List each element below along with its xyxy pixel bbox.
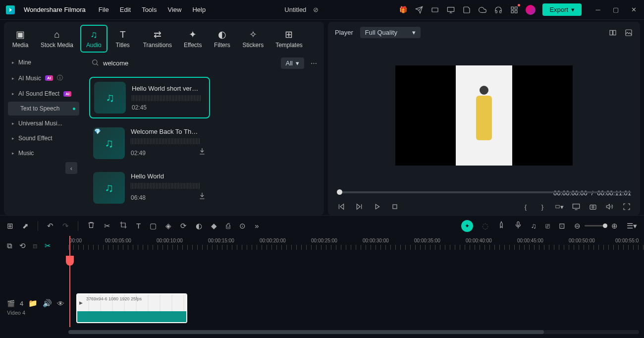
cloud-icon[interactable] [478,5,487,14]
fullscreen-icon[interactable] [622,202,631,211]
ruler-mark: 00:00:40:00 [466,238,492,243]
side-text-to-speech[interactable]: Text to Speech [8,102,79,115]
ai-badge-icon: AI [45,75,53,81]
premium-gem-icon: 💎 [94,128,101,135]
gift-icon[interactable]: 🎁 [399,5,408,14]
delete-icon[interactable] [87,221,95,230]
volume-icon[interactable] [605,202,614,211]
track-toggle-icon[interactable]: ⧉ [7,241,12,250]
redo-icon[interactable]: ↷ [62,222,69,230]
mark-in-icon[interactable]: { [521,202,530,211]
marker-icon[interactable] [497,221,505,230]
speed-icon[interactable]: ⟳ [180,222,187,230]
close-icon[interactable]: ✕ [629,5,638,14]
time-ruler[interactable]: 00:00 00:00:05:00 00:00:10:00 00:00:15:0… [68,236,644,256]
magnet-icon[interactable]: ⧈ [33,241,38,250]
auto-ripple-icon[interactable]: ✂ [45,241,51,250]
undo-icon[interactable]: ↶ [47,222,54,230]
snapshot-icon[interactable] [589,202,597,211]
record-screen-icon[interactable]: ⎚ [545,222,550,230]
menu-file[interactable]: File [99,6,109,13]
search-input[interactable]: welcome [89,56,276,70]
filter-dropdown[interactable]: All▾ [281,57,304,69]
download-icon[interactable] [198,192,206,201]
zoom-out-icon[interactable]: ⊖ [574,222,581,230]
ratio-dropdown-icon[interactable]: ▾ [555,202,564,211]
side-sound-effect[interactable]: ▸Sound Effect [8,131,79,145]
more-tools-icon[interactable]: » [255,222,259,230]
timeline-scrollbar[interactable] [68,330,639,334]
scrub-bar[interactable] [337,191,631,193]
stop-icon[interactable] [390,202,399,211]
menu-help[interactable]: Help [192,6,206,13]
window-icon[interactable] [430,5,439,14]
export-button[interactable]: Export▾ [542,3,582,16]
ai-assistant-icon[interactable]: ✦ [461,220,473,232]
prev-frame-icon[interactable] [337,202,346,211]
caption-icon[interactable]: ⎙ [226,222,230,230]
color-match-icon[interactable]: ◈ [165,222,171,230]
link-tracks-icon[interactable]: ⟲ [19,241,26,250]
menu-edit[interactable]: Edit [120,6,131,13]
timer-icon[interactable]: ⊙ [239,222,246,230]
side-mine[interactable]: ▸Mine [8,56,79,69]
audio-mixer-icon[interactable]: ♫ [531,222,537,230]
track-visibility-icon[interactable]: 👁 [57,299,64,308]
play-icon[interactable] [373,202,381,211]
download-icon[interactable] [198,147,206,157]
tab-titles[interactable]: TTitles [109,25,136,53]
audio-item[interactable]: 💎♫ Welcome Back To The ...02:49 [89,123,210,163]
maximize-icon[interactable]: ▢ [611,5,620,14]
color-wheel-icon[interactable]: ◐ [196,222,202,230]
timeline-options-icon[interactable]: ☰▾ [627,222,637,230]
tab-media[interactable]: ▣Media [7,25,34,53]
voiceover-mic-icon[interactable] [514,221,522,230]
tab-transitions[interactable]: ⇄Transitions [138,25,177,53]
zoom-in-icon[interactable]: ⊕ [611,222,618,230]
menu-view[interactable]: View [167,6,181,13]
scrub-handle[interactable] [337,189,342,195]
render-icon[interactable]: ◌ [482,222,488,230]
tab-effects[interactable]: ✦Effects [179,25,207,53]
display-out-icon[interactable] [572,202,581,211]
tab-stock-media[interactable]: ⌂Stock Media [36,25,78,53]
split-icon[interactable]: ✂ [104,222,110,230]
headphones-icon[interactable] [494,5,503,14]
tab-audio[interactable]: ♫Audio [80,25,107,53]
keyframe-icon[interactable]: ◆ [211,222,217,230]
mark-out-icon[interactable]: } [538,202,547,211]
apps-icon[interactable] [510,5,519,14]
quality-dropdown[interactable]: Full Quality▾ [360,27,421,38]
send-icon[interactable] [415,5,424,14]
side-ai-sound-effect[interactable]: ▸AI Sound EffectAI [8,87,79,101]
monitor-icon[interactable] [446,5,455,14]
track-folder-icon[interactable]: 📁 [28,299,38,308]
collapse-sidebar-button[interactable]: ‹ [65,162,77,174]
crop-icon[interactable] [119,221,127,230]
compare-view-icon[interactable] [608,28,617,37]
tab-filters[interactable]: ◐Filters [209,25,235,53]
track-mute-icon[interactable]: 🔊 [43,299,52,308]
cursor-icon[interactable]: ⬈ [22,222,29,230]
more-options-icon[interactable]: ⋯ [309,59,318,68]
picture-icon[interactable] [624,28,633,37]
avatar-icon[interactable] [526,5,536,15]
rect-icon[interactable]: ▢ [150,222,157,230]
side-universal-music[interactable]: ▸Universal Musi... [8,116,79,130]
minimize-icon[interactable]: ─ [593,5,602,14]
audio-item[interactable]: ♫ Hello World06:48 [89,168,210,208]
grid-icon[interactable]: ⊞ [7,222,13,230]
side-ai-music[interactable]: ▸AI MusicAIⓘ [8,70,79,86]
side-music[interactable]: ▸Music [8,146,79,160]
add-media-icon[interactable]: ⊡ [559,222,565,230]
tab-stickers[interactable]: ✧Stickers [237,25,268,53]
play-forward-icon[interactable] [355,202,364,211]
text-tool-icon[interactable]: T [136,222,141,230]
menu-tools[interactable]: Tools [142,6,157,13]
audio-item[interactable]: ♫ Hello World short versi...02:45 [89,77,210,118]
zoom-slider[interactable] [585,225,607,226]
video-clip[interactable]: ▶ 3769x94-6 1080 1920 25fps [76,293,187,323]
tab-templates[interactable]: ⊞Templates [270,25,308,53]
save-icon[interactable] [462,5,471,14]
waveform-icon [131,183,200,189]
